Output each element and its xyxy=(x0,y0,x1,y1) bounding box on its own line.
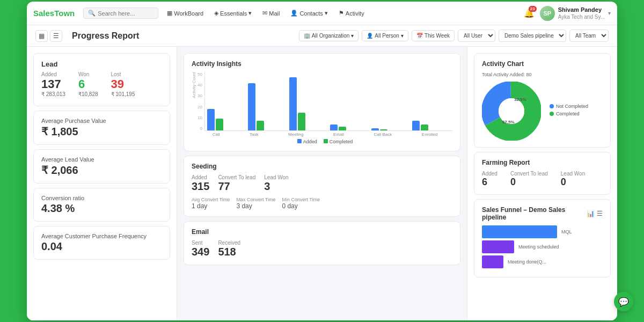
lead-card: Lead Added 137 ₹ 283,013 Won 6 ₹10,828 L… xyxy=(33,53,170,106)
bar-callback xyxy=(371,128,409,130)
seeding-card: Seeding Added 315 Convert To lead 77 Lea… xyxy=(184,156,460,217)
person-icon: 👤 xyxy=(367,33,373,39)
user-dropdown-icon: ▾ xyxy=(608,10,611,16)
bar-email xyxy=(330,125,368,130)
farming-grid: Added 6 Convert To lead 0 Lead Won 0 xyxy=(482,171,603,188)
avg-lead-card: Average Lead Value ₹ 2,066 xyxy=(33,149,170,184)
lead-won: Won 6 ₹10,828 xyxy=(78,71,98,97)
building-icon: 🏢 xyxy=(304,33,310,39)
sales-funnel-card: Sales Funnel – Demo Sales pipeline 📊 ☰ M… xyxy=(474,199,611,277)
calendar-icon: 📅 xyxy=(416,33,423,39)
notification-button[interactable]: 🔔 23 xyxy=(524,8,535,18)
bar-meeting-completed xyxy=(298,113,305,130)
funnel-title: Sales Funnel – Demo Sales pipeline xyxy=(482,206,587,221)
nav-item-activity[interactable]: ⚑ Activity xyxy=(334,8,369,19)
max-convert: Max Convert Time 3 day xyxy=(236,197,275,210)
bar-email-completed xyxy=(339,127,346,130)
seeding-won: Lead Won 3 xyxy=(264,174,288,193)
activity-chart-card: Activity Chart Total Activity Added: 80 xyxy=(474,53,611,148)
nav-item-essentials[interactable]: ◈ Essentials ▾ xyxy=(210,8,256,19)
chevron-down-icon: ▾ xyxy=(325,10,328,17)
funnel-bar-meeting-scheduled: Meeting scheduled xyxy=(482,240,603,253)
conversion-card: Conversion ratio 4.38 % xyxy=(33,188,170,222)
pie-chart: 67.5% 32.5% xyxy=(482,82,541,141)
user-info[interactable]: SP Shivam Pandey Ayka Tech and Sy... ▾ xyxy=(540,6,611,21)
funnel-chart-icon[interactable]: 📊 xyxy=(587,210,595,217)
filter-user[interactable]: All User xyxy=(458,30,495,42)
search-bar[interactable]: 🔍 xyxy=(83,8,158,19)
bar-task-completed xyxy=(257,121,264,130)
toolbar-icons: ▦ ☰ xyxy=(35,30,62,42)
dropdown-icon: ▾ xyxy=(351,33,354,39)
activity-insights-card: Activity Insights Activity Count 50 40 3… xyxy=(184,53,460,151)
svg-text:32.5%: 32.5% xyxy=(514,97,526,102)
contacts-icon: 👤 xyxy=(290,10,298,17)
bar-enrolled-added xyxy=(412,121,420,130)
email-received: Received 518 xyxy=(218,240,240,258)
avg-customer-card: Average Customer Purchase Frequency 0.04 xyxy=(33,226,170,260)
activity-icon: ⚑ xyxy=(339,10,344,17)
lead-title: Lead xyxy=(41,60,162,68)
bar-enrolled xyxy=(412,121,450,130)
funnel-rect-mql xyxy=(482,225,557,238)
nav-item-workboard[interactable]: ▦ WorkBoard xyxy=(163,8,208,19)
lead-lost: Lost 39 ₹ 101,195 xyxy=(111,71,135,97)
lead-added: Added 137 ₹ 283,013 xyxy=(41,71,65,97)
nav-item-contacts[interactable]: 👤 Contacts ▾ xyxy=(286,8,332,19)
not-completed-dot xyxy=(550,104,554,108)
essentials-icon: ◈ xyxy=(214,10,218,17)
seeding-added: Added 315 xyxy=(192,174,209,193)
email-sent: Sent 349 xyxy=(192,240,209,258)
funnel-bar-meeting-done: Meeting done(Q... xyxy=(482,255,603,268)
user-text: Shivam Pandey Ayka Tech and Sy... xyxy=(558,6,605,20)
seeding-stats: Added 315 Convert To lead 77 Lead Won 3 xyxy=(192,174,452,193)
user-company: Ayka Tech and Sy... xyxy=(558,13,605,20)
farming-convert: Convert To lead 0 xyxy=(510,171,548,188)
pie-legend-completed: Completed xyxy=(550,111,588,116)
toolbar: ▦ ☰ Progress Report 🏢 All Organization ▾… xyxy=(27,25,617,47)
chevron-down-icon: ▾ xyxy=(248,10,252,17)
grid-view-button[interactable]: ▦ xyxy=(35,30,48,42)
bar-email-added xyxy=(330,125,338,130)
list-view-button[interactable]: ☰ xyxy=(50,30,62,42)
bar-call-completed xyxy=(216,119,223,130)
top-nav: SalesTown 🔍 ▦ WorkBoard ◈ Essentials ▾ ✉… xyxy=(27,2,617,25)
lead-stats: Added 137 ₹ 283,013 Won 6 ₹10,828 Lost 3… xyxy=(41,71,162,97)
avg-purchase-card: Average Purchase Value ₹ 1,805 xyxy=(33,111,170,145)
bar-meeting xyxy=(289,77,327,130)
nav-item-mail[interactable]: ✉ Mail xyxy=(258,8,284,19)
right-column: Activity Chart Total Activity Added: 80 xyxy=(467,47,617,320)
funnel-menu-icon[interactable]: ☰ xyxy=(597,210,603,217)
filter-person[interactable]: 👤 All Person ▾ xyxy=(362,30,408,41)
search-input[interactable] xyxy=(98,10,153,17)
bar-call xyxy=(207,109,245,130)
main-content: Lead Added 137 ₹ 283,013 Won 6 ₹10,828 L… xyxy=(27,47,617,320)
bar-task xyxy=(248,83,286,130)
funnel-rect-meeting-scheduled xyxy=(482,240,514,253)
chat-button[interactable]: 💬 xyxy=(614,292,633,311)
farming-won: Lead Won 0 xyxy=(561,171,585,188)
email-card: Email Sent 349 Received 518 xyxy=(184,221,460,265)
activity-chart-subtitle: Total Activity Added: 80 xyxy=(482,72,603,77)
filter-period[interactable]: 📅 This Week xyxy=(412,30,455,41)
mail-icon: ✉ xyxy=(262,10,267,17)
middle-column: Activity Insights Activity Count 50 40 3… xyxy=(177,47,467,320)
avatar: SP xyxy=(540,6,555,21)
seeding-convert-times: Avg Convert Time 1 day Max Convert Time … xyxy=(192,197,452,210)
filter-pipeline[interactable]: Demo Sales pipeline xyxy=(499,30,566,42)
browser-frame: SalesTown 🔍 ▦ WorkBoard ◈ Essentials ▾ ✉… xyxy=(27,2,617,320)
workboard-icon: ▦ xyxy=(167,10,172,17)
filter-organization[interactable]: 🏢 All Organization ▾ xyxy=(299,30,359,41)
completed-dot xyxy=(550,112,554,116)
chart-legend: Added Completed xyxy=(197,139,452,144)
filter-bar: 🏢 All Organization ▾ 👤 All Person ▾ 📅 Th… xyxy=(299,30,609,42)
bar-meeting-added xyxy=(289,77,297,130)
bar-callback-completed xyxy=(380,129,387,130)
funnel-bar-mql: MQL xyxy=(482,225,603,238)
filter-team[interactable]: All Team xyxy=(569,30,609,42)
svg-text:67.5%: 67.5% xyxy=(502,120,515,125)
user-name: Shivam Pandey xyxy=(558,6,605,13)
logo: SalesTown xyxy=(33,9,75,18)
farming-card: Farming Report Added 6 Convert To lead 0… xyxy=(474,152,611,195)
bar-enrolled-completed xyxy=(421,125,428,130)
